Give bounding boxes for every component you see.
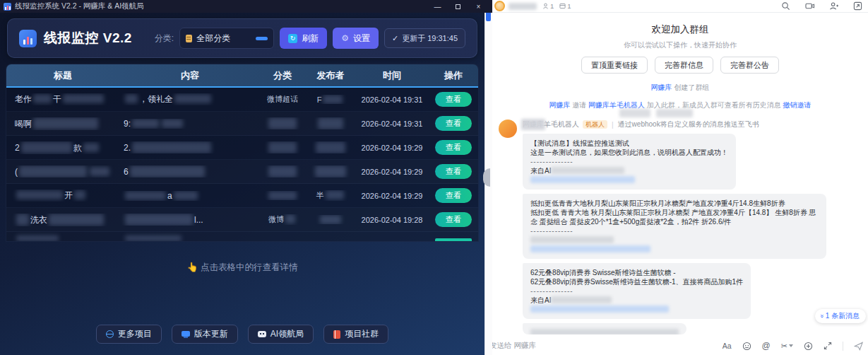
pin-links-button[interactable]: 置顶重要链接 xyxy=(581,57,648,74)
emoji-icon[interactable] xyxy=(742,342,751,351)
video-call-icon[interactable] xyxy=(805,1,814,11)
title-fragment: 老作 xyxy=(15,94,32,104)
redacted xyxy=(125,94,138,103)
view-button[interactable]: 查看 xyxy=(435,116,472,131)
search-icon[interactable] xyxy=(781,1,790,11)
toolbar-divider xyxy=(843,342,843,351)
view-button[interactable]: 查看 xyxy=(435,164,472,179)
close-button[interactable]: × xyxy=(468,0,489,13)
group-avatar[interactable] xyxy=(494,1,505,11)
redacted-group-name xyxy=(509,3,537,10)
expand-icon[interactable] xyxy=(824,342,832,350)
project-community-button[interactable]: 项目社群 xyxy=(323,325,388,344)
view-button[interactable]: 查看 xyxy=(435,92,472,107)
redacted-link xyxy=(530,245,650,252)
redacted xyxy=(174,191,198,200)
font-format-icon[interactable]: Aa xyxy=(723,342,732,350)
redacted xyxy=(74,190,85,199)
table-row[interactable]: 喝啊 9: 2026-02-04 19:31 查看 xyxy=(6,112,478,136)
check-icon: ✓ xyxy=(392,34,398,43)
complete-announcement-button[interactable]: 完善群公告 xyxy=(720,57,779,74)
separator: | xyxy=(612,121,614,129)
category-select[interactable]: 全部分类 xyxy=(179,28,274,49)
category-fragment: 微博超话 xyxy=(267,95,298,103)
table-row[interactable]: 2款 2. 2026-02-04 19:29 查看 xyxy=(6,136,478,160)
table-row-clipped xyxy=(6,232,478,241)
redacted xyxy=(268,141,297,153)
more-projects-button[interactable]: 更多项目 xyxy=(96,325,162,344)
tab-count: 1 xyxy=(567,2,571,10)
gear-icon: ⚙ xyxy=(341,33,349,43)
message-input-bar[interactable]: 发送给 网赚库 Aa @ ✂ xyxy=(492,337,868,355)
revoke-invite-link[interactable]: 撤销邀请 xyxy=(783,101,811,109)
redacted xyxy=(83,143,99,152)
system-text: 加入此群，新成员入群可查看所有历史消息 xyxy=(645,101,783,109)
message-list: 欢迎加入群组 你可以尝试以下操作，快速开始协作 置顶重要链接 完善群信息 完善群… xyxy=(492,13,868,337)
bot-avatar[interactable] xyxy=(499,120,517,138)
refresh-button[interactable]: ↻ 刷新 xyxy=(280,28,327,49)
table-row[interactable]: ( 6 2026-02-04 19:29 查看 xyxy=(6,160,478,184)
table-row[interactable]: 老作干 ，领礼全 微博超话 F 2026-02-04 19:31 查看 xyxy=(6,88,478,112)
message-input[interactable]: 发送给 网赚库 xyxy=(492,341,536,351)
redacted xyxy=(33,117,98,129)
divider-dashes: -------------- xyxy=(530,157,728,166)
redacted xyxy=(125,235,182,241)
redacted xyxy=(268,191,297,200)
table-row[interactable]: 洗衣 l... 微博 2026-02-04 19:28 查看 xyxy=(6,208,478,232)
bot-name: 羊毛机器人 xyxy=(544,120,579,129)
bot-name-row: 网赚库羊毛机器人 机器人 | 通过webhook将自定义服务的消息推送至飞书 xyxy=(523,120,868,129)
send-icon[interactable] xyxy=(854,342,864,351)
view-button[interactable]: 查看 xyxy=(435,188,472,203)
message-bubble-clipped[interactable] xyxy=(523,323,686,334)
redacted xyxy=(63,94,104,103)
row-time: 2026-02-04 19:28 xyxy=(357,216,427,224)
redacted xyxy=(320,215,341,224)
bot-message-group: 网赚库羊毛机器人 机器人 | 通过webhook将自定义服务的消息推送至飞书 【… xyxy=(499,120,868,334)
table-row[interactable]: 开 a 半 2026-02-04 19:29 查看 xyxy=(6,184,478,208)
attach-plus-icon[interactable] xyxy=(804,342,813,351)
mention-icon[interactable]: @ xyxy=(762,341,771,351)
message-line: 【测试消息】线报监控推送测试 xyxy=(530,139,728,148)
content-fragment: 2. xyxy=(124,143,131,153)
maximize-button[interactable] xyxy=(448,0,468,13)
table-header: 标题 内容 分类 发布者 时间 操作 xyxy=(6,64,478,88)
category-value: 全部分类 xyxy=(196,33,230,45)
pointing-hand-icon: 👆 xyxy=(186,262,198,272)
system-text: 邀请 xyxy=(570,101,588,109)
bot-description: 通过webhook将自定义服务的消息推送至飞书 xyxy=(618,120,759,129)
content-fragment: 6 xyxy=(124,167,129,177)
member-count-chip[interactable]: 1 xyxy=(542,2,554,10)
open-sidebar-icon[interactable] xyxy=(853,1,862,11)
message-bubble[interactable]: 【测试消息】线报监控推送测试 这是一条测试消息，如果您收到此消息，说明机器人配置… xyxy=(523,134,736,190)
table-hint: 👆 点击表格中的行查看详情 xyxy=(0,262,484,274)
version-update-button[interactable]: 版本更新 xyxy=(172,325,238,344)
settings-button[interactable]: ⚙ 设置 xyxy=(333,28,379,49)
chat-header: 1 1 xyxy=(492,0,868,13)
minimize-button[interactable]: — xyxy=(427,0,448,13)
tips-table: 标题 内容 分类 发布者 时间 操作 老作干 ，领礼全 微博超话 F 2026-… xyxy=(6,64,479,242)
message-bubble[interactable]: 抵扣更低青青大地秋月梨山东莱阳正宗秋月冰糖梨产地直发净重4斤14.8生鲜8折券 … xyxy=(523,194,826,259)
complete-group-info-button[interactable]: 完善群信息 xyxy=(655,57,713,74)
window-titlebar[interactable]: 线报监控系统 V2.2 - 网赚库 & AI领航局 — × xyxy=(0,0,492,13)
monitor-icon xyxy=(182,331,190,337)
system-message-created: 网赚库 创建了群组 xyxy=(492,83,868,93)
inviter-link[interactable]: 网赚库 xyxy=(549,101,570,109)
bot-link[interactable]: 网赚库羊毛机器人 xyxy=(588,101,645,109)
view-button[interactable]: 查看 xyxy=(435,212,472,227)
tab-count-chip[interactable]: 1 xyxy=(559,2,571,10)
view-button[interactable]: 查看 xyxy=(435,140,472,155)
system-message-invite: 网赚库 邀请 网赚库羊毛机器人 加入此群，新成员入群可查看所有历史消息 撤销邀请 xyxy=(549,100,811,110)
message-line: 抵扣更低 青青大地 秋月梨山东莱阳正宗秋月冰糖梨 产地直发净重4斤【14.8】 … xyxy=(530,208,819,226)
col-title: 标题 xyxy=(6,64,119,86)
new-message-pill[interactable]: » 1 条新消息 xyxy=(815,309,866,323)
creator-link[interactable]: 网赚库 xyxy=(651,83,672,91)
category-fragment: 微博 xyxy=(268,215,284,223)
panel-collapse-handle[interactable] xyxy=(483,168,490,187)
ai-navigator-button[interactable]: AI领航局 xyxy=(248,325,314,344)
content-fragment: l... xyxy=(194,215,203,225)
add-member-icon[interactable] xyxy=(829,1,838,11)
message-bubble[interactable]: 62元叠88vip消费券 Swisse斯维诗益生菌软糖 - 62元叠88vip消… xyxy=(523,263,751,319)
screenshot-icon[interactable]: ✂ xyxy=(781,342,793,351)
robot-icon xyxy=(258,331,266,337)
members-icon xyxy=(542,3,549,9)
